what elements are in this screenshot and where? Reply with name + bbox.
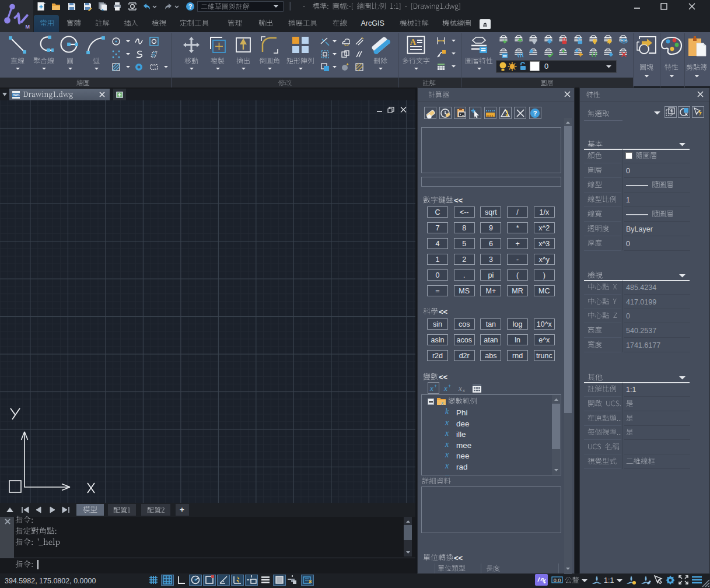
svg-text:x: x: [440, 400, 444, 405]
svg-text:?: ?: [533, 110, 537, 117]
svg-text:+: +: [448, 383, 451, 389]
svg-text:?: ?: [188, 3, 193, 10]
svg-text:x: x: [445, 461, 449, 470]
svg-text:x: x: [445, 440, 449, 449]
svg-text:0.0: 0.0: [554, 578, 561, 583]
svg-text:x: x: [445, 450, 449, 459]
svg-text:k: k: [445, 407, 449, 416]
svg-text:x: x: [445, 418, 449, 427]
svg-text:DWG: DWG: [12, 93, 19, 97]
svg-text:x: x: [445, 429, 449, 438]
svg-text:x: x: [443, 384, 447, 393]
svg-text:x: x: [445, 472, 449, 475]
svg-text:x: x: [463, 388, 465, 393]
svg-text:x: x: [458, 384, 462, 393]
svg-text:x: x: [429, 384, 433, 393]
svg-text:+: +: [434, 383, 437, 389]
svg-text:M: M: [26, 24, 30, 30]
svg-text:A: A: [410, 37, 416, 47]
